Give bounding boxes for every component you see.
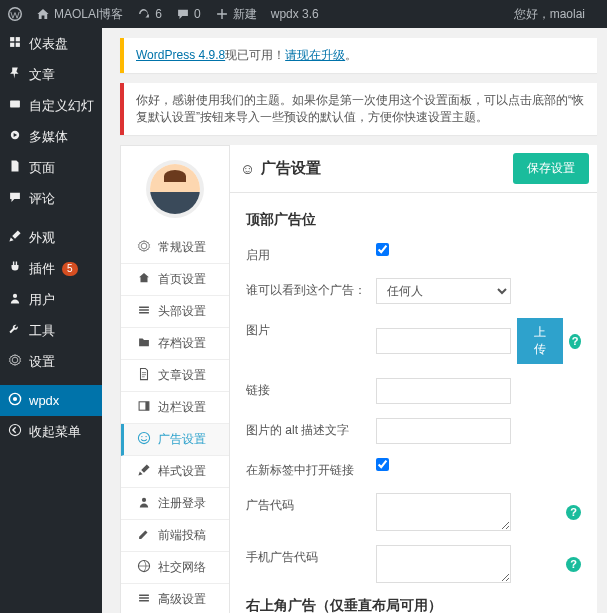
updates-indicator[interactable]: 6 [137,7,162,21]
menu-wpdx[interactable]: wpdx [0,385,102,416]
tab-archive[interactable]: 存档设置 [121,328,229,360]
plus-icon [215,7,229,21]
smile-icon [137,431,151,448]
help-icon[interactable]: ? [566,557,581,572]
label-newtab-top: 在新标签中打开链接 [246,458,376,479]
help-icon[interactable]: ? [569,334,581,349]
dash-icon [8,35,22,52]
tab-header[interactable]: 头部设置 [121,296,229,328]
menu-pages[interactable]: 页面 [0,152,102,183]
tab-style[interactable]: 样式设置 [121,456,229,488]
settings-main: ☺广告设置 保存设置 顶部广告位 启用 谁可以看到这个广告：任何人 图片上传? … [230,145,597,613]
help-icon[interactable]: ? [566,505,581,520]
menu-appearance[interactable]: 外观 [0,222,102,253]
wp-logo[interactable] [8,7,22,21]
brush-icon [8,229,22,246]
section-right-title: 右上角广告（仅垂直布局可用） [246,597,581,613]
panel-title: ☺广告设置 [240,159,513,178]
link-top-input[interactable] [376,378,511,404]
welcome-icon [8,97,22,114]
menu-users[interactable]: 用户 [0,284,102,315]
site-name[interactable]: MAOLAI博客 [36,6,123,23]
code-top-textarea[interactable] [376,493,511,531]
user-greeting[interactable]: 您好，maolai [514,6,585,23]
home-icon [36,7,50,21]
image-top-input[interactable] [376,328,511,354]
upgrade-link[interactable]: 请现在升级 [285,48,345,62]
comment-icon [176,7,190,21]
pencil-icon [137,527,151,544]
svg-point-10 [9,424,20,435]
tool-icon [8,322,22,339]
menu-posts[interactable]: 文章 [0,59,102,90]
menu-dashboard[interactable]: 仪表盘 [0,28,102,59]
alt-top-input[interactable] [376,418,511,444]
brush-icon [137,463,151,480]
menu-comments[interactable]: 评论 [0,183,102,214]
section-top-title: 顶部广告位 [246,211,581,229]
svg-rect-12 [145,402,149,410]
svg-point-7 [13,294,17,298]
menu-slider[interactable]: 自定义幻灯 [0,90,102,121]
tab-advanced[interactable]: 高级设置 [121,584,229,613]
update-notice: WordPress 4.9.8现已可用！请现在升级。 [120,38,597,73]
menu-plugins[interactable]: 插件5 [0,253,102,284]
wp-version-link[interactable]: WordPress 4.9.8 [136,48,225,62]
collapse-icon [8,423,22,440]
svg-point-16 [142,498,146,502]
settings-sidebar: 常规设置首页设置头部设置存档设置文章设置边栏设置广告设置样式设置注册登录前端投稿… [120,145,230,613]
avatar [150,164,200,214]
tab-post[interactable]: 文章设置 [121,360,229,392]
gear-icon [8,353,22,370]
label-who-top: 谁可以看到这个广告： [246,278,376,299]
save-button[interactable]: 保存设置 [513,153,589,184]
settings-tabs: 常规设置首页设置头部设置存档设置文章设置边栏设置广告设置样式设置注册登录前端投稿… [121,232,229,613]
home-icon [137,271,151,288]
label-code-top: 广告代码 [246,493,376,514]
tab-login[interactable]: 注册登录 [121,488,229,520]
new-content[interactable]: 新建 [215,6,257,23]
smile-icon: ☺ [240,160,255,177]
wpdx-version[interactable]: wpdx 3.6 [271,7,319,21]
svg-point-14 [141,436,142,437]
menu-tools[interactable]: 工具 [0,315,102,346]
menu-icon [137,591,151,608]
admin-menu: 仪表盘文章自定义幻灯多媒体页面评论外观插件5用户工具设置wpdx收起菜单 [0,28,102,613]
svg-point-13 [138,432,149,443]
upload-top-button[interactable]: 上传 [517,318,563,364]
tab-submit[interactable]: 前端投稿 [121,520,229,552]
page-icon [8,159,22,176]
who-top-select[interactable]: 任何人 [376,278,511,304]
mobile-code-top-textarea[interactable] [376,545,511,583]
tab-general[interactable]: 常规设置 [121,232,229,264]
label-enable-top: 启用 [246,243,376,264]
svg-rect-5 [10,101,20,108]
gear-icon [137,239,151,256]
label-alt-top: 图片的 alt 描述文字 [246,418,376,439]
label-link-top: 链接 [246,378,376,399]
newtab-top-checkbox[interactable] [376,458,389,471]
menu-collapse[interactable]: 收起菜单 [0,416,102,447]
plug-icon [8,260,22,277]
svg-rect-3 [10,43,14,47]
menu-media[interactable]: 多媒体 [0,121,102,152]
doc-icon [137,367,151,384]
svg-rect-2 [16,37,20,41]
svg-point-15 [145,436,146,437]
tab-ads[interactable]: 广告设置 [121,424,229,456]
tab-sidebar[interactable]: 边栏设置 [121,392,229,424]
comments-indicator[interactable]: 0 [176,7,201,21]
svg-point-0 [9,8,22,21]
tab-home[interactable]: 首页设置 [121,264,229,296]
menu-settings[interactable]: 设置 [0,346,102,377]
list-icon [137,303,151,320]
pin-icon [8,66,22,83]
tab-social[interactable]: 社交网络 [121,552,229,584]
svg-rect-1 [10,37,14,41]
media-icon [8,128,22,145]
label-mobile-code-top: 手机广告代码 [246,545,376,566]
enable-top-checkbox[interactable] [376,243,389,256]
panel-header: ☺广告设置 保存设置 [229,145,597,193]
comment-icon [8,190,22,207]
refresh-icon [137,7,151,21]
